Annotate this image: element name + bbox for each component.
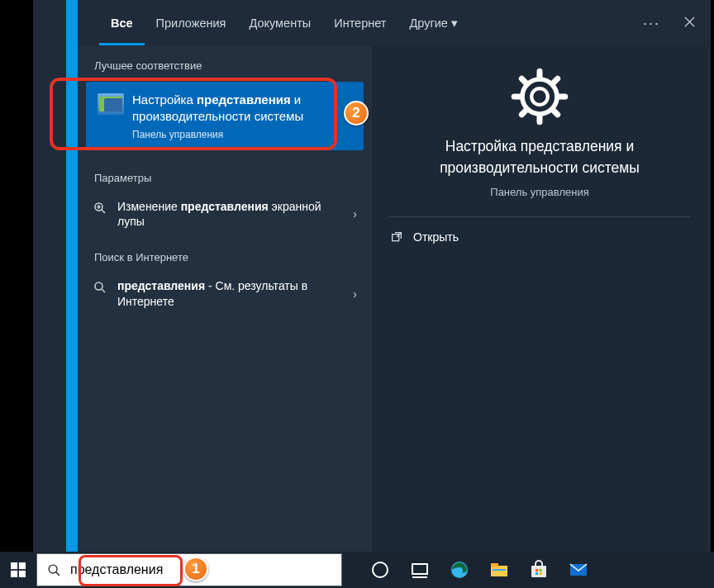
svg-point-1	[95, 282, 102, 290]
svg-rect-5	[11, 562, 17, 569]
best-match-subtitle: Панель управления	[132, 129, 352, 140]
svg-rect-16	[531, 566, 546, 577]
monitor-icon	[98, 93, 124, 115]
preview-subtitle: Панель управления	[372, 186, 707, 198]
chevron-right-icon[interactable]: ›	[353, 207, 357, 220]
task-view-icon[interactable]	[400, 552, 440, 588]
section-best-match: Лучшее соответствие	[78, 46, 372, 78]
taskbar	[0, 552, 714, 588]
open-label: Открыть	[413, 230, 459, 244]
close-button[interactable]	[683, 16, 696, 31]
svg-point-2	[531, 88, 548, 105]
more-options-button[interactable]: ···	[643, 15, 660, 32]
filter-tabs: Все Приложения Документы Интернет Другие…	[78, 0, 707, 46]
svg-rect-17	[536, 569, 538, 571]
microsoft-store-icon[interactable]	[519, 552, 559, 588]
result-web-label: представления - См. результаты в Интерне…	[117, 278, 334, 310]
result-magnifier-view[interactable]: Изменение представления экранной лупы ›	[78, 191, 372, 239]
svg-rect-20	[540, 572, 542, 575]
search-icon	[93, 280, 107, 295]
magnifier-plus-icon	[93, 201, 107, 216]
svg-rect-6	[19, 562, 26, 569]
gear-icon	[511, 68, 569, 126]
open-action[interactable]: Открыть	[372, 217, 707, 257]
result-magnifier-label: Изменение представления экранной лупы	[117, 199, 334, 230]
best-match-title: Настройка представления и производительн…	[132, 92, 352, 126]
mail-icon[interactable]	[559, 552, 598, 588]
tab-web[interactable]: Интернет	[322, 2, 397, 45]
svg-rect-15	[493, 569, 506, 571]
cortana-icon[interactable]	[360, 552, 400, 588]
search-flyout: Все Приложения Документы Интернет Другие…	[33, 0, 711, 552]
preview-title: Настройка представления и производительн…	[372, 126, 707, 179]
accent-strip	[66, 0, 78, 552]
tab-apps[interactable]: Приложения	[145, 2, 238, 45]
section-settings: Параметры	[78, 159, 372, 191]
svg-rect-18	[540, 569, 542, 571]
section-web: Поиск в Интернете	[78, 238, 372, 270]
chevron-down-icon: ▾	[451, 17, 458, 30]
svg-rect-7	[11, 571, 17, 577]
open-icon	[390, 230, 403, 244]
svg-point-3	[522, 79, 557, 114]
search-input[interactable]	[70, 562, 341, 577]
taskbar-pinned	[360, 552, 598, 588]
tab-more[interactable]: Другие▾	[397, 2, 469, 45]
svg-point-9	[49, 565, 57, 573]
best-match-item[interactable]: Настройка представления и производительн…	[86, 82, 364, 150]
result-web-search[interactable]: представления - См. результаты в Интерне…	[78, 270, 372, 318]
results-pane: Лучшее соответствие Настройка представле…	[78, 46, 372, 552]
svg-rect-14	[491, 563, 498, 567]
svg-rect-11	[412, 564, 427, 574]
tab-more-label: Другие	[409, 17, 447, 30]
start-button[interactable]	[0, 552, 36, 588]
svg-point-10	[373, 562, 388, 577]
tab-all[interactable]: Все	[99, 2, 145, 45]
svg-rect-19	[536, 572, 538, 575]
chevron-right-icon[interactable]: ›	[353, 287, 357, 301]
tab-docs[interactable]: Документы	[237, 2, 322, 45]
file-explorer-icon[interactable]	[479, 552, 519, 588]
taskbar-search[interactable]	[36, 553, 342, 586]
edge-icon[interactable]	[440, 552, 479, 588]
svg-rect-8	[19, 571, 26, 577]
search-icon	[37, 563, 70, 577]
preview-pane: Настройка представления и производительн…	[372, 46, 707, 552]
